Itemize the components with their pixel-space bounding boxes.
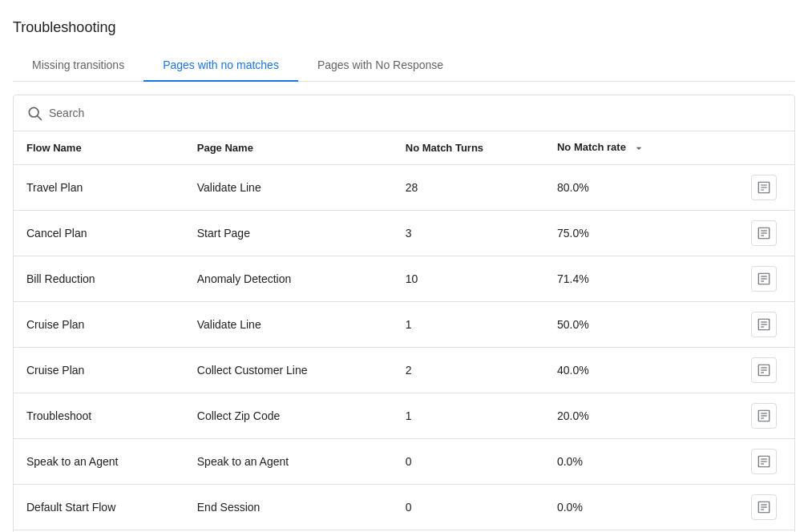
main-table-container: Flow Name Page Name No Match Turns No Ma… [13, 95, 795, 532]
table-row: Cancel Plan Start Page 3 75.0% [14, 210, 794, 256]
cell-turns-4: 2 [393, 347, 544, 393]
cell-action-1 [733, 210, 794, 256]
col-header-action [733, 131, 794, 164]
table-row: Default Start Flow End Session 0 0.0% [14, 484, 794, 530]
table-row: Cruise Plan Collect Customer Line 2 40.0… [14, 347, 794, 393]
table-row: Cruise Plan Validate Line 1 50.0% [14, 301, 794, 347]
cell-turns-2: 10 [393, 256, 544, 301]
table-row: Bill Reduction Anomaly Detection 10 71.4… [14, 256, 794, 301]
cell-rate-0: 80.0% [544, 164, 733, 210]
table-row: Speak to an Agent Speak to an Agent 0 0.… [14, 438, 794, 484]
table-row: Travel Plan Validate Line 28 80.0% [14, 164, 794, 210]
cell-flow-6: Speak to an Agent [14, 438, 184, 484]
cell-flow-4: Cruise Plan [14, 347, 184, 393]
cell-action-6 [733, 438, 794, 484]
search-bar [14, 95, 794, 131]
cell-page-6: Speak to an Agent [184, 438, 393, 484]
col-header-flow: Flow Name [14, 131, 184, 164]
cell-action-5 [733, 393, 794, 438]
cell-flow-3: Cruise Plan [14, 301, 184, 347]
cell-turns-5: 1 [393, 393, 544, 438]
detail-button-7[interactable] [751, 494, 777, 520]
cell-turns-7: 0 [393, 484, 544, 530]
cell-rate-6: 0.0% [544, 438, 733, 484]
cell-page-4: Collect Customer Line [184, 347, 393, 393]
data-table: Flow Name Page Name No Match Turns No Ma… [14, 131, 794, 532]
cell-flow-2: Bill Reduction [14, 256, 184, 301]
cell-page-7: End Session [184, 484, 393, 530]
cell-action-7 [733, 484, 794, 530]
tabs-bar: Missing transitions Pages with no matche… [13, 49, 795, 82]
cell-rate-2: 71.4% [544, 256, 733, 301]
cell-page-2: Anomaly Detection [184, 256, 393, 301]
cell-turns-1: 3 [393, 210, 544, 256]
cell-rate-3: 50.0% [544, 301, 733, 347]
page-title: Troubleshooting [13, 19, 795, 36]
cell-turns-3: 1 [393, 301, 544, 347]
search-input[interactable] [49, 107, 209, 119]
table-header-row: Flow Name Page Name No Match Turns No Ma… [14, 131, 794, 164]
table-row: Troubleshoot Collect Zip Code 1 20.0% [14, 393, 794, 438]
cell-flow-7: Default Start Flow [14, 484, 184, 530]
cell-rate-1: 75.0% [544, 210, 733, 256]
detail-button-4[interactable] [751, 357, 777, 383]
cell-action-4 [733, 347, 794, 393]
detail-button-0[interactable] [751, 175, 777, 200]
cell-turns-6: 0 [393, 438, 544, 484]
sort-desc-icon [632, 142, 645, 155]
cell-page-5: Collect Zip Code [184, 393, 393, 438]
detail-button-6[interactable] [751, 449, 777, 474]
cell-turns-0: 28 [393, 164, 544, 210]
detail-button-3[interactable] [751, 312, 777, 337]
tab-missing-transitions[interactable]: Missing transitions [13, 49, 143, 81]
cell-rate-4: 40.0% [544, 347, 733, 393]
col-header-page: Page Name [184, 131, 393, 164]
cell-flow-0: Travel Plan [14, 164, 184, 210]
tab-pages-no-matches[interactable]: Pages with no matches [143, 49, 298, 81]
cell-flow-1: Cancel Plan [14, 210, 184, 256]
tab-pages-no-response[interactable]: Pages with No Response [298, 49, 463, 81]
svg-line-1 [38, 116, 42, 120]
cell-page-3: Validate Line [184, 301, 393, 347]
search-icon [26, 105, 42, 121]
cell-action-2 [733, 256, 794, 301]
cell-flow-5: Troubleshoot [14, 393, 184, 438]
col-header-rate[interactable]: No Match rate [544, 131, 733, 164]
cell-rate-7: 0.0% [544, 484, 733, 530]
detail-button-2[interactable] [751, 266, 777, 292]
cell-page-1: Start Page [184, 210, 393, 256]
col-header-turns: No Match Turns [393, 131, 544, 164]
cell-action-0 [733, 164, 794, 210]
table-body: Travel Plan Validate Line 28 80.0% Cance… [14, 164, 794, 532]
cell-rate-5: 20.0% [544, 393, 733, 438]
cell-action-3 [733, 301, 794, 347]
cell-page-0: Validate Line [184, 164, 393, 210]
detail-button-1[interactable] [751, 220, 777, 246]
detail-button-5[interactable] [751, 403, 777, 429]
